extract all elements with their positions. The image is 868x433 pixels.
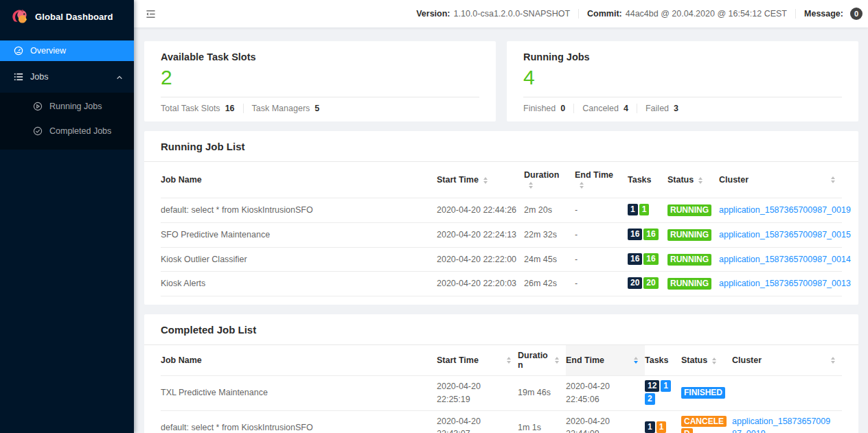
caret-up-down-icon[interactable] — [831, 176, 835, 183]
caret-up-down-icon[interactable] — [698, 177, 703, 184]
cluster-cell: application_1587365700987_0015 — [719, 222, 842, 247]
message-count-badge[interactable]: 0 — [850, 8, 863, 20]
cluster-link[interactable]: application_1587365700987_0015 — [719, 230, 851, 239]
job-name: default: select * from KioskIntrusionSFO — [161, 198, 437, 223]
footer-value: 3 — [674, 104, 678, 113]
col-start-time[interactable]: Start Time — [437, 162, 524, 198]
dashboard-icon — [14, 46, 23, 56]
tasks-total-badge: 12 — [645, 380, 659, 392]
tasks-total-badge: 1 — [645, 421, 655, 433]
col-cluster[interactable]: Cluster — [732, 345, 842, 376]
caret-up-down-icon[interactable] — [555, 357, 559, 364]
sidebar-item-label: Jobs — [30, 72, 48, 82]
footer-value: 16 — [225, 104, 235, 113]
cluster-link[interactable]: application_1587365700987_0019 — [732, 417, 830, 433]
caret-up-down-icon[interactable] — [580, 182, 584, 189]
end-time: - — [575, 198, 628, 223]
col-start-time[interactable]: Start Time — [437, 345, 518, 376]
status-cell: RUNNING — [667, 198, 719, 223]
end-time: - — [575, 247, 628, 272]
caret-up-down-icon[interactable] — [712, 358, 716, 364]
cluster-cell: application_1587365700987_0019 — [719, 198, 842, 223]
footer-value: 0 — [560, 104, 565, 113]
caret-up-down-icon[interactable] — [831, 357, 835, 364]
col-cluster[interactable]: Cluster — [719, 162, 842, 198]
col-job-name: Job Name — [161, 345, 437, 376]
message-label: Message: — [804, 9, 843, 19]
start-time: 2020-04-20 22:24:13 — [437, 222, 524, 247]
tasks-badges: 2020 — [628, 272, 667, 296]
version-value: 1.10.0-csa1.2.0.0-SNAPSHOT — [454, 9, 571, 19]
sidebar-item-completed-jobs[interactable]: Completed Jobs — [0, 121, 134, 141]
footer-label: Task Managers — [252, 104, 310, 113]
footer-label: Canceled — [582, 104, 619, 113]
cluster-link[interactable]: application_1587365700987_0014 — [719, 255, 851, 264]
sidebar-item-label: Running Jobs — [49, 102, 102, 111]
footer-label: Failed — [646, 104, 669, 113]
running-jobs-card: Running Jobs 4 Finished 0 Canceled 4 Fai… — [507, 41, 858, 121]
divider — [637, 104, 637, 113]
flink-squirrel-logo — [10, 8, 29, 26]
duration: 1m 1s — [518, 410, 566, 433]
sidebar-item-overview[interactable]: Overview — [0, 40, 134, 61]
table-header-row: Job Name Start Time Duration End Time Ta… — [161, 162, 842, 198]
table-row: default: select * from KioskIntrusionSFO… — [161, 410, 842, 433]
job-name: Kiosk Outlier Classifier — [161, 247, 437, 272]
start-time: 2020-04-20 22:22:00 — [437, 247, 524, 272]
status-badge: RUNNING — [667, 278, 711, 290]
card-footer: Total Task Slots 16 Task Managers 5 — [161, 97, 479, 113]
panel-body: Job Name Start Time Duration End Time Ta… — [144, 345, 858, 433]
sidebar-menu: Overview Jobs — [0, 33, 134, 150]
tasks-badges: 1616 — [628, 247, 667, 272]
col-duration[interactable]: Duration — [518, 345, 566, 376]
start-time: 2020-04-20 22:25:19 — [437, 376, 518, 411]
status-cell: RUNNING — [667, 272, 719, 296]
tasks-finished-badge: 2 — [645, 393, 655, 405]
status-badge: FINISHED — [681, 387, 725, 399]
job-name: Kiosk Alerts — [161, 272, 437, 296]
app-title: Global Dashboard — [35, 12, 113, 22]
tasks-total-badge: 16 — [628, 229, 642, 240]
cluster-link[interactable]: application_1587365700987_0013 — [719, 279, 851, 288]
app-logo-area[interactable]: Global Dashboard — [0, 0, 134, 33]
footer-label: Finished — [523, 104, 556, 113]
col-job-name: Job Name — [161, 162, 437, 198]
status-badge: RUNNING — [667, 229, 711, 241]
col-status[interactable]: Status — [681, 345, 732, 376]
sidebar: Global Dashboard Overview Jobs — [0, 0, 134, 433]
col-status[interactable]: Status — [667, 162, 719, 198]
sidebar-item-jobs[interactable]: Jobs — [0, 67, 134, 87]
caret-up-down-icon[interactable] — [507, 357, 511, 364]
duration: 24m 45s — [524, 247, 575, 272]
tasks-running-badge: 16 — [643, 229, 658, 240]
build-info: Version: 1.10.0-csa1.2.0.0-SNAPSHOT Comm… — [416, 8, 863, 20]
status-cell: CANCELED — [681, 410, 732, 433]
main-content: Available Task Slots 2 Total Task Slots … — [134, 27, 868, 433]
card-title: Running Jobs — [523, 51, 842, 62]
caret-up-down-icon[interactable] — [634, 357, 638, 364]
status-badge: RUNNING — [667, 204, 711, 216]
start-time: 2020-04-20 22:44:26 — [437, 198, 524, 223]
menu-fold-icon[interactable] — [146, 9, 156, 19]
divider — [573, 104, 574, 113]
check-circle-icon — [33, 126, 43, 136]
col-duration[interactable]: Duration — [524, 162, 575, 198]
col-tasks: Tasks — [645, 345, 681, 376]
end-time: 2020-04-20 22:44:09 — [566, 410, 645, 433]
card-footer: Finished 0 Canceled 4 Failed 3 — [523, 97, 842, 113]
footer-label: Total Task Slots — [161, 104, 220, 113]
col-end-time[interactable]: End Time — [575, 162, 628, 198]
stat-cards-row: Available Task Slots 2 Total Task Slots … — [144, 41, 858, 121]
caret-up-down-icon[interactable] — [529, 182, 533, 189]
tasks-finished-badge: 1 — [661, 380, 671, 392]
tasks-running-badge: 1 — [639, 204, 650, 215]
cluster-link[interactable]: application_1587365700987_0019 — [719, 205, 851, 215]
tasks-total-badge: 1 — [628, 204, 638, 215]
sidebar-item-running-jobs[interactable]: Running Jobs — [0, 96, 134, 117]
caret-up-down-icon[interactable] — [483, 177, 488, 184]
chevron-up-icon — [116, 73, 123, 83]
end-time: - — [575, 272, 628, 296]
col-end-time-sorted[interactable]: End Time — [566, 345, 645, 376]
tasks-badges: 1616 — [628, 222, 667, 247]
running-job-list-panel: Running Job List Job Name Start Time Dur… — [144, 131, 858, 305]
